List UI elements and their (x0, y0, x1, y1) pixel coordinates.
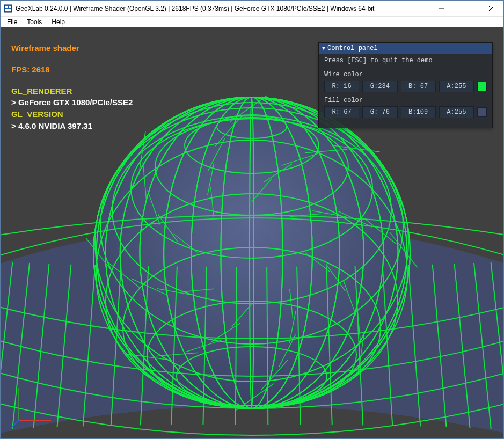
svg-rect-5 (464, 6, 469, 11)
svg-line-68 (305, 253, 330, 272)
svg-point-61 (221, 97, 282, 408)
svg-line-15 (474, 263, 491, 429)
svg-line-27 (141, 266, 149, 426)
svg-point-59 (221, 97, 282, 408)
svg-line-91 (143, 162, 147, 202)
svg-line-26 (171, 266, 177, 425)
svg-point-49 (123, 247, 381, 408)
opengl-viewport[interactable]: Wireframe shader FPS: 2618 GL_RENDERER >… (1, 27, 503, 438)
z-axis-icon (11, 420, 19, 428)
svg-line-18 (408, 265, 420, 427)
svg-point-40 (95, 103, 408, 382)
wire-b-input[interactable]: B: 67 (401, 81, 436, 92)
collapse-arrow-icon[interactable]: ▼ (322, 46, 325, 52)
svg-line-14 (491, 262, 503, 429)
svg-line-17 (433, 265, 447, 427)
svg-line-102 (334, 145, 380, 152)
svg-line-84 (157, 289, 191, 295)
fill-a-input[interactable]: A:255 (439, 106, 474, 118)
overlay-version-label: GL_VERSION (11, 108, 133, 120)
svg-point-55 (120, 97, 384, 408)
svg-point-45 (185, 118, 319, 173)
svg-line-75 (279, 334, 295, 367)
svg-rect-2 (9, 6, 11, 8)
fill-color-swatch[interactable] (477, 107, 487, 117)
wire-color-swatch[interactable] (477, 82, 487, 91)
fill-color-label: Fill color (324, 97, 487, 104)
control-panel-header[interactable]: ▼ Control panel (319, 43, 492, 54)
fill-r-input[interactable]: R: 67 (324, 106, 359, 118)
svg-line-81 (156, 353, 198, 356)
window-title: GeeXLab 0.24.0.0 | Wireframe Shader (Ope… (16, 5, 429, 12)
svg-line-103 (290, 214, 321, 217)
wire-color-row: R: 16 G:234 B: 67 A:255 (324, 81, 487, 92)
wire-color-label: Wire color (324, 71, 487, 78)
svg-line-89 (158, 215, 178, 242)
svg-line-16 (455, 264, 470, 428)
svg-line-22 (297, 267, 300, 425)
svg-line-32 (12, 263, 30, 429)
svg-point-66 (105, 97, 398, 408)
svg-line-19 (383, 266, 393, 426)
svg-point-50 (147, 301, 356, 408)
overlay-version-value: > 4.6.0 NVIDIA 397.31 (11, 120, 133, 132)
svg-line-33 (1, 262, 12, 429)
panel-hint: Press [ESC] to quit the demo (324, 57, 487, 64)
svg-line-29 (83, 265, 95, 427)
svg-line-79 (211, 323, 240, 341)
svg-point-46 (217, 115, 287, 138)
svg-line-94 (208, 163, 214, 195)
fill-b-input[interactable]: B:109 (401, 106, 436, 118)
control-panel-body: Press [ESC] to quit the demo Wire color … (319, 54, 492, 128)
svg-line-92 (139, 131, 145, 174)
fill-g-input[interactable]: G: 76 (362, 106, 397, 118)
svg-point-60 (250, 97, 254, 408)
close-button[interactable] (479, 1, 503, 16)
wire-r-input[interactable]: R: 16 (324, 81, 359, 92)
menu-file[interactable]: File (3, 17, 21, 27)
control-panel[interactable]: ▼ Control panel Press [ESC] to quit the … (318, 42, 493, 128)
wire-a-input[interactable]: A:255 (439, 81, 474, 92)
svg-point-44 (155, 119, 348, 215)
svg-line-101 (305, 149, 347, 152)
overlay-fps: FPS: 2618 (11, 64, 133, 76)
svg-line-21 (326, 266, 332, 425)
overlay-heading: Wireframe shader (11, 42, 133, 54)
wire-g-input[interactable]: G:234 (362, 81, 397, 92)
menu-help[interactable]: Help (47, 17, 69, 27)
window-buttons (429, 1, 503, 16)
svg-point-47 (96, 140, 407, 408)
overlay-renderer-value: > GeForce GTX 1080/PCIe/SSE2 (11, 97, 133, 108)
svg-line-105 (338, 211, 372, 227)
menubar: File Tools Help (1, 17, 503, 27)
menu-tools[interactable]: Tools (23, 17, 46, 27)
control-panel-title: Control panel (327, 45, 378, 52)
maximize-icon (464, 6, 469, 11)
overlay-renderer-label: GL_RENDERER (11, 85, 133, 97)
svg-line-96 (215, 115, 243, 146)
svg-line-73 (290, 289, 293, 318)
svg-rect-3 (5, 9, 11, 11)
svg-line-104 (312, 211, 346, 217)
svg-line-69 (326, 264, 345, 291)
svg-line-85 (132, 279, 166, 295)
minimize-button[interactable] (429, 1, 454, 16)
svg-rect-1 (5, 6, 8, 8)
overlay-info: Wireframe shader FPS: 2618 GL_RENDERER >… (11, 42, 133, 132)
svg-line-72 (358, 331, 364, 374)
svg-line-31 (33, 264, 49, 428)
svg-point-53 (97, 97, 407, 408)
svg-point-64 (140, 97, 363, 408)
svg-point-39 (93, 97, 410, 408)
svg-line-82 (123, 354, 170, 360)
svg-line-76 (261, 360, 288, 390)
svg-line-24 (236, 267, 237, 425)
svg-line-86 (107, 261, 140, 287)
svg-line-87 (86, 238, 114, 274)
maximize-button[interactable] (454, 1, 479, 16)
svg-point-62 (191, 97, 312, 408)
axis-gizmo (8, 383, 56, 431)
titlebar[interactable]: GeeXLab 0.24.0.0 | Wireframe Shader (Ope… (1, 1, 503, 17)
svg-line-90 (148, 190, 160, 224)
close-icon (488, 6, 494, 11)
